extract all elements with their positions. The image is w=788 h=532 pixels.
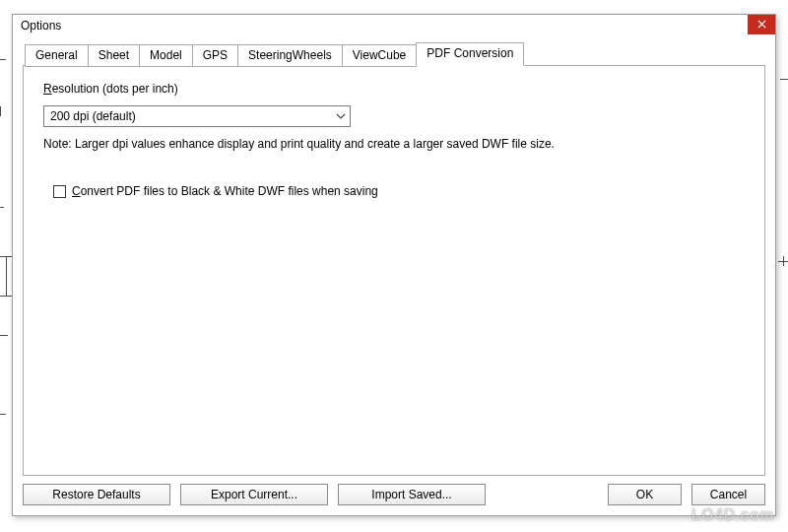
client-area: General Sheet Model GPS SteeringWheels V…: [13, 36, 775, 515]
tab-gps[interactable]: GPS: [192, 44, 238, 67]
tab-general[interactable]: General: [25, 44, 89, 67]
resolution-note: Note: Larger dpi values enhance display …: [43, 137, 745, 151]
titlebar: Options: [13, 15, 775, 36]
ok-button[interactable]: OK: [608, 484, 682, 505]
resolution-value: 200 dpi (default): [50, 109, 136, 123]
resolution-label: Resolution (dots per inch): [43, 82, 745, 96]
tabstrip: General Sheet Model GPS SteeringWheels V…: [25, 42, 765, 65]
chevron-down-icon: [336, 111, 346, 121]
bw-convert-checkbox[interactable]: [53, 185, 66, 198]
options-dialog: Options General Sheet Model GPS Steering…: [12, 14, 776, 516]
tab-viewcube[interactable]: ViewCube: [342, 44, 417, 67]
button-bar: Restore Defaults Export Current... Impor…: [23, 476, 765, 505]
tab-steeringwheels[interactable]: SteeringWheels: [237, 44, 343, 67]
bw-convert-label: Convert PDF files to Black & White DWF f…: [72, 184, 378, 198]
tab-sheet[interactable]: Sheet: [88, 44, 140, 67]
tab-model[interactable]: Model: [139, 44, 193, 67]
close-icon: [757, 18, 766, 32]
tab-pdf-conversion[interactable]: PDF Conversion: [416, 42, 524, 66]
pdf-conversion-panel: Resolution (dots per inch) 200 dpi (defa…: [23, 65, 765, 476]
close-button[interactable]: [748, 15, 775, 34]
window-title: Options: [21, 19, 61, 33]
restore-defaults-button[interactable]: Restore Defaults: [23, 484, 170, 505]
export-current-button[interactable]: Export Current...: [180, 484, 328, 505]
import-saved-button[interactable]: Import Saved...: [338, 484, 486, 505]
bw-convert-row: Convert PDF files to Black & White DWF f…: [53, 184, 745, 198]
cancel-button[interactable]: Cancel: [691, 484, 765, 505]
resolution-dropdown[interactable]: 200 dpi (default): [43, 105, 351, 127]
